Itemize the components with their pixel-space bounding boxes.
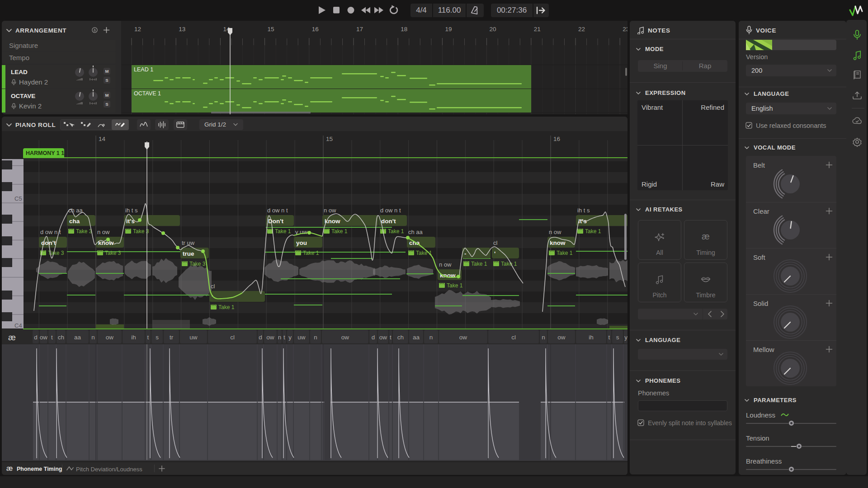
svg-text:Take 1: Take 1 [331, 228, 348, 235]
svg-text:aa: aa [413, 334, 420, 341]
svg-text:you: you [296, 239, 307, 246]
svg-text:Take 1: Take 1 [447, 282, 463, 289]
svg-text:21: 21 [534, 26, 541, 33]
svg-text:Take 1: Take 1 [303, 250, 319, 256]
svg-text:Take 1: Take 1 [275, 228, 291, 235]
svg-text:ow: ow [106, 334, 114, 341]
svg-text:uw: uw [189, 334, 198, 341]
svg-text:t: t [609, 334, 610, 341]
svg-text:ow: ow [266, 334, 274, 341]
svg-text:13: 13 [179, 26, 185, 33]
svg-text:ow: ow [557, 334, 566, 341]
svg-text:d: d [34, 334, 38, 341]
svg-text:cl: cl [230, 334, 235, 341]
svg-text:n: n [91, 334, 95, 341]
svg-text:don't: don't [381, 218, 396, 225]
svg-text:ih t s: ih t s [125, 207, 138, 214]
svg-text:n ow: n ow [439, 261, 452, 268]
svg-text:Take 1: Take 1 [501, 261, 517, 267]
svg-text:s: s [156, 334, 159, 341]
svg-text:16: 16 [553, 136, 560, 142]
svg-text:n ow: n ow [324, 207, 336, 214]
svg-text:cl: cl [493, 239, 498, 246]
svg-text:it's: it's [126, 218, 135, 225]
svg-text:cha: cha [69, 218, 80, 225]
svg-text:t: t [147, 334, 149, 341]
svg-text:ih t s: ih t s [577, 207, 590, 214]
svg-text:d: d [259, 334, 262, 341]
svg-text:22: 22 [578, 26, 585, 33]
svg-text:19: 19 [445, 26, 452, 33]
svg-text:ow: ow [40, 334, 48, 341]
svg-text:d ow n t: d ow n t [40, 229, 61, 235]
svg-text:t: t [390, 334, 392, 341]
svg-text:ow: ow [379, 334, 387, 341]
svg-text:ch: ch [58, 334, 64, 341]
svg-text:æ: æ [702, 232, 710, 241]
svg-text:15: 15 [326, 136, 333, 142]
svg-text:y: y [624, 334, 627, 341]
svg-text:know: know [550, 239, 566, 246]
svg-text:16: 16 [312, 26, 319, 33]
svg-text:20: 20 [490, 26, 496, 33]
svg-text:Take 3: Take 3 [76, 228, 92, 235]
svg-text:n: n [314, 334, 317, 341]
svg-text:d ow n t: d ow n t [267, 207, 288, 214]
svg-text:cl: cl [511, 334, 516, 341]
svg-text:n: n [542, 334, 545, 341]
svg-text:Take 1: Take 1 [471, 261, 487, 267]
svg-text:18: 18 [401, 26, 407, 33]
svg-text:15: 15 [268, 26, 274, 33]
svg-text:n: n [429, 334, 433, 341]
svg-text:12: 12 [134, 26, 141, 33]
svg-text:Take 1: Take 1 [388, 228, 404, 235]
svg-text:ch: ch [397, 334, 404, 341]
svg-text:t: t [51, 334, 53, 341]
svg-text:t: t [283, 334, 285, 341]
svg-text:true: true [183, 250, 194, 257]
svg-text:LEAD 1: LEAD 1 [134, 66, 153, 73]
svg-text:ow: ow [341, 334, 349, 341]
svg-text:ih: ih [131, 334, 136, 341]
svg-text:d ow n t: d ow n t [380, 207, 401, 214]
svg-text:17: 17 [356, 26, 363, 33]
svg-text:Take 1: Take 1 [557, 250, 573, 256]
svg-text:y: y [288, 334, 292, 341]
svg-text:OCTAVE 1: OCTAVE 1 [134, 90, 161, 97]
svg-text:14: 14 [99, 136, 106, 142]
svg-text:C4: C4 [14, 322, 22, 329]
svg-text:ow: ow [459, 334, 467, 341]
svg-text:uw: uw [297, 334, 306, 341]
svg-text:23: 23 [623, 26, 627, 33]
svg-text:-: - [464, 250, 467, 257]
svg-text:Take 1: Take 1 [585, 228, 601, 235]
svg-text:Take 1: Take 1 [218, 304, 235, 310]
svg-text:ch aa: ch aa [408, 229, 423, 235]
svg-text:æ: æ [8, 333, 16, 342]
svg-text:cha: cha [409, 239, 420, 246]
svg-text:aa: aa [74, 334, 81, 341]
svg-text:Take 3: Take 3 [189, 261, 206, 267]
svg-text:n: n [278, 334, 282, 341]
svg-text:Take 3: Take 3 [105, 250, 121, 256]
svg-text:n ow: n ow [97, 229, 110, 235]
svg-text:tr: tr [170, 334, 174, 341]
svg-text:': ' [494, 250, 495, 257]
svg-text:n ow: n ow [549, 229, 561, 235]
svg-text:ih: ih [589, 334, 594, 341]
svg-text:s: s [616, 334, 619, 341]
svg-text:d: d [372, 334, 375, 341]
svg-text:HARMONY 1 1: HARMONY 1 1 [26, 150, 64, 156]
svg-text:Take 3: Take 3 [133, 228, 149, 235]
svg-text:cl: cl [211, 283, 215, 290]
svg-text:C5: C5 [14, 195, 22, 202]
